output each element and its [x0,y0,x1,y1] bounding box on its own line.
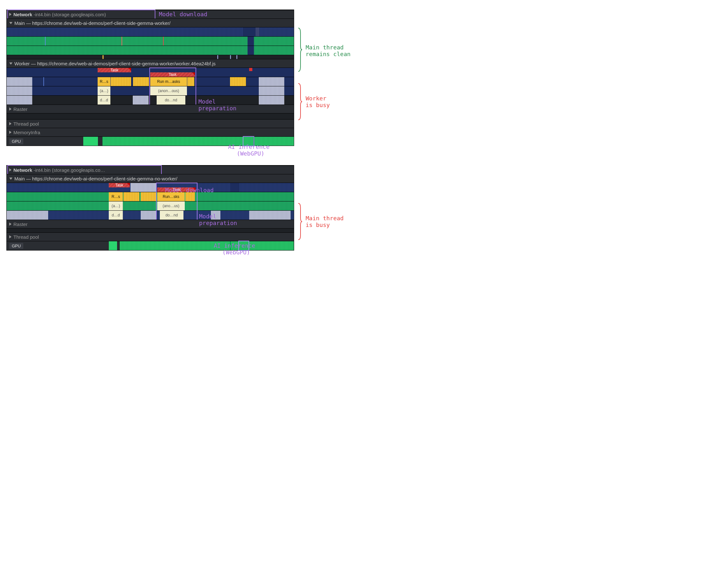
main-task-row[interactable]: Task Task [7,183,294,192]
call-frame[interactable]: d…d [98,96,110,105]
call-frame[interactable]: do…nd [160,211,183,220]
main-track-gap [7,55,294,59]
main-track-header[interactable]: Main — https://chrome.dev/web-ai-demos/p… [7,18,294,27]
call-frame[interactable]: d…d [109,211,123,220]
annotation-ai-inference: AI inference (WebGPU) [214,242,255,256]
network-track-header[interactable]: Network -int4.bin (storage.googleapis.co… [7,166,294,174]
worker-deep-row[interactable]: d…d do…nd [7,95,294,105]
call-frame[interactable]: (ano…us) [157,202,185,210]
call-frame[interactable]: do…nd [157,96,185,105]
expand-icon[interactable] [9,223,11,226]
memoryinfra-track-header[interactable]: MemoryInfra [7,128,294,137]
annotation-worker-busy: Worker is busy [306,95,330,108]
track-spacer [7,228,294,233]
call-frame[interactable]: (anon…ous) [150,86,187,95]
collapse-icon[interactable] [9,22,12,24]
main-url: https://chrome.dev/web-ai-demos/perf-cli… [32,20,170,26]
main-script-row[interactable]: R…s Run…sks [7,192,294,201]
profiler-panel-worker[interactable]: Network -int4.bin (storage.googleapis.co… [6,10,294,146]
worker-label: Worker — [14,61,36,66]
expand-icon[interactable] [9,107,11,111]
main-label: Main — [14,176,31,181]
main-deep-row[interactable]: d…d do…nd [7,210,294,220]
main-track-row[interactable] [7,46,294,55]
expand-icon[interactable] [9,168,11,172]
task-block[interactable]: Task [98,68,131,72]
main-anon-row[interactable]: (a…) (ano…us) [7,201,294,210]
task-block[interactable]: Task [109,183,130,188]
annotation-model-prep: Model preparation [198,98,236,112]
threadpool-label: Thread pool [13,121,39,127]
annotation-model-download: Model download [165,187,214,194]
expand-icon[interactable] [9,13,11,16]
brace-icon [298,27,302,72]
threadpool-track-header[interactable]: Thread pool [7,119,294,128]
annotation-ai-inference: AI inference (WebGPU) [228,144,270,157]
call-frame[interactable]: R…s [109,192,123,201]
brace-icon [298,83,302,121]
main-track-header[interactable]: Main — https://chrome.dev/web-ai-demos/p… [7,174,294,183]
raster-track-header[interactable]: Raster [7,105,294,113]
task-block[interactable]: Task [150,72,195,77]
call-frame[interactable]: (a…) [98,86,110,95]
profiler-panel-noworker[interactable]: Network -int4.bin (storage.googleapis.co… [6,165,294,251]
worker-script-row[interactable]: R…s Run m…asks [7,77,294,86]
track-spacer [7,113,294,119]
network-label: Network [13,167,32,173]
profiler-comparison-figure: Network -int4.bin (storage.googleapis.co… [6,10,380,251]
annotation-main-clean: Main thread remains clean [306,44,351,57]
call-frame[interactable]: R…s [98,77,110,86]
annotation-model-download: Model download [159,11,207,18]
brace-icon [298,203,302,240]
worker-url: https://chrome.dev/web-ai-demos/perf-cli… [37,61,215,66]
main-track-row[interactable] [7,36,294,46]
network-file: -int4.bin (storage.googleapis.co… [33,167,105,173]
call-frame[interactable]: (a…) [109,202,123,210]
worker-task-row[interactable]: Task Task [7,68,294,77]
expand-icon[interactable] [9,131,11,134]
annotation-model-prep: Model preparation [199,213,237,226]
threadpool-track-header[interactable]: Thread pool [7,233,294,241]
memoryinfra-label: MemoryInfra [13,130,40,135]
network-track-header[interactable]: Network -int4.bin (storage.googleapis.co… [7,10,294,18]
expand-icon[interactable] [9,235,11,239]
expand-icon[interactable] [9,122,11,125]
main-url: https://chrome.dev/web-ai-demos/perf-cli… [32,176,177,181]
network-file: -int4.bin (storage.googleapis.com) [33,12,106,17]
raster-track-header[interactable]: Raster [7,220,294,228]
raster-label: Raster [13,222,27,227]
main-track-row[interactable] [7,27,294,36]
threadpool-label: Thread pool [13,234,39,240]
collapse-icon[interactable] [9,63,12,65]
collapse-icon[interactable] [9,178,12,180]
worker-track-header[interactable]: Worker — https://chrome.dev/web-ai-demos… [7,59,294,68]
call-frame[interactable]: Run m…asks [150,77,187,86]
main-label: Main — [14,20,31,26]
worker-anon-row[interactable]: (a…) (anon…ous) [7,86,294,95]
raster-label: Raster [13,107,27,112]
call-frame[interactable]: Run…sks [157,192,185,201]
annotation-main-busy: Main thread is busy [306,215,344,228]
network-label: Network [13,12,32,17]
